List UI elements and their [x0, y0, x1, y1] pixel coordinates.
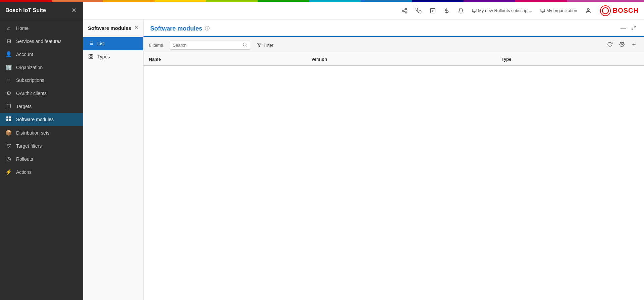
phone-button[interactable]	[414, 6, 424, 15]
filter-button[interactable]: Filter	[254, 41, 276, 49]
sub-sidebar-item-types[interactable]: Types	[83, 50, 143, 63]
top-header: My new Rollouts subscript... My organiza…	[83, 2, 644, 19]
filter-label: Filter	[264, 43, 273, 48]
toolbar: 0 items Filter	[144, 37, 644, 53]
bosch-logo-circle	[600, 5, 611, 16]
account-icon: 👤	[5, 51, 12, 57]
column-header-type: Type	[496, 53, 644, 65]
sub-sidebar-close-button[interactable]: ✕	[134, 24, 139, 31]
svg-point-6	[405, 12, 407, 13]
column-header-name: Name	[144, 53, 306, 65]
svg-rect-14	[472, 9, 476, 11]
minimize-button[interactable]: —	[619, 24, 627, 33]
targets-icon: ☐	[5, 103, 12, 109]
sidebar-item-targets[interactable]: ☐ Targets	[0, 100, 83, 113]
bosch-logo-text: BOSCH	[613, 7, 639, 14]
sidebar-item-distribution-sets[interactable]: 📦 Distribution sets	[0, 126, 83, 139]
distribution-icon: 📦	[5, 130, 12, 136]
sub-sidebar-title: Software modules	[88, 25, 131, 32]
sidebar-label-target-filters: Target filters	[16, 143, 42, 149]
search-input[interactable]	[173, 43, 240, 48]
svg-line-31	[634, 26, 635, 28]
svg-point-36	[621, 44, 623, 45]
settings-button[interactable]	[617, 40, 627, 50]
svg-line-7	[404, 11, 406, 12]
sidebar-nav: ⌂ Home ⊞ Services and features 👤 Account…	[0, 19, 83, 181]
svg-line-8	[404, 9, 406, 10]
svg-point-20	[602, 7, 608, 13]
svg-line-34	[246, 45, 247, 46]
svg-point-5	[402, 10, 404, 11]
billing-button[interactable]	[442, 6, 452, 15]
organization-button[interactable]: My organization	[538, 7, 579, 14]
sidebar-label-home: Home	[16, 26, 29, 31]
subscription-button[interactable]: My new Rollouts subscript...	[470, 7, 534, 14]
maximize-button[interactable]	[630, 24, 637, 33]
sidebar-item-services-features[interactable]: ⊞ Services and features	[0, 35, 83, 48]
sidebar-label-subscriptions: Subscriptions	[16, 78, 44, 83]
sidebar-label-rollouts: Rollouts	[16, 156, 33, 162]
sidebar-item-rollouts[interactable]: ◎ Rollouts	[0, 152, 83, 165]
sidebar-item-subscriptions[interactable]: ≡ Subscriptions	[0, 74, 83, 87]
sidebar-item-actions[interactable]: ⚡ Actions	[0, 165, 83, 179]
user-button[interactable]	[583, 6, 593, 15]
docs-button[interactable]	[428, 6, 438, 15]
sidebar-item-target-filters[interactable]: ▽ Target filters	[0, 139, 83, 152]
subscription-label: My new Rollouts subscript...	[478, 8, 532, 13]
svg-rect-17	[541, 9, 545, 11]
filter-icon: ▽	[5, 143, 12, 149]
main-area: Software modules ✕ List	[83, 19, 644, 300]
toolbar-right	[605, 40, 639, 50]
sidebar-label-account: Account	[16, 52, 33, 57]
sidebar-header: Bosch IoT Suite ✕	[0, 2, 83, 19]
content-title: Software modules	[150, 25, 202, 32]
sidebar-item-software-modules[interactable]: Software modules	[0, 113, 83, 126]
sidebar-item-home[interactable]: ⌂ Home	[0, 22, 83, 35]
organization-label: My organization	[546, 8, 577, 13]
subscriptions-icon: ≡	[5, 77, 12, 83]
content-panel: Software modules ⓘ —	[144, 19, 644, 300]
org-icon: 🏢	[5, 64, 12, 70]
rollouts-icon: ◎	[5, 156, 12, 162]
sub-sidebar-label-list: List	[97, 41, 105, 46]
sidebar-label-distribution: Distribution sets	[16, 130, 50, 136]
svg-rect-3	[9, 119, 11, 121]
svg-point-33	[243, 43, 246, 46]
list-icon	[88, 41, 94, 47]
sidebar-item-oauth2[interactable]: ⚙ OAuth2 clients	[0, 87, 83, 100]
svg-rect-0	[6, 116, 8, 118]
add-button[interactable]	[629, 40, 639, 50]
svg-rect-1	[9, 116, 11, 118]
sidebar-label-software-modules: Software modules	[16, 117, 54, 122]
svg-rect-2	[6, 119, 8, 121]
app-title: Bosch IoT Suite	[5, 7, 46, 13]
home-icon: ⌂	[5, 25, 12, 31]
share-button[interactable]	[399, 6, 410, 15]
oauth-icon: ⚙	[5, 90, 12, 96]
search-icon	[243, 42, 247, 48]
info-icon[interactable]: ⓘ	[205, 26, 210, 32]
svg-line-32	[632, 28, 633, 30]
items-count: 0 items	[149, 43, 166, 48]
sidebar-label-targets: Targets	[16, 104, 32, 109]
svg-rect-28	[91, 54, 93, 56]
notifications-button[interactable]	[456, 6, 466, 15]
svg-marker-35	[257, 43, 261, 47]
data-table: Name Version Type	[144, 53, 644, 66]
sub-sidebar-item-list[interactable]: List	[83, 37, 143, 50]
sidebar-item-account[interactable]: 👤 Account	[0, 48, 83, 61]
sidebar-close-button[interactable]: ✕	[70, 6, 78, 15]
svg-point-4	[405, 8, 407, 10]
svg-point-19	[587, 8, 589, 10]
search-box	[170, 41, 250, 50]
bosch-logo: BOSCH	[600, 5, 639, 16]
actions-icon: ⚡	[5, 169, 12, 175]
sub-sidebar-label-types: Types	[97, 54, 110, 59]
svg-rect-30	[91, 57, 93, 58]
sidebar-label-actions: Actions	[16, 169, 32, 175]
content-header: Software modules ⓘ —	[144, 19, 644, 37]
table-container: Name Version Type	[144, 53, 644, 300]
sidebar-item-organization[interactable]: 🏢 Organization	[0, 61, 83, 74]
refresh-button[interactable]	[605, 40, 614, 50]
sidebar-label-org: Organization	[16, 65, 43, 70]
